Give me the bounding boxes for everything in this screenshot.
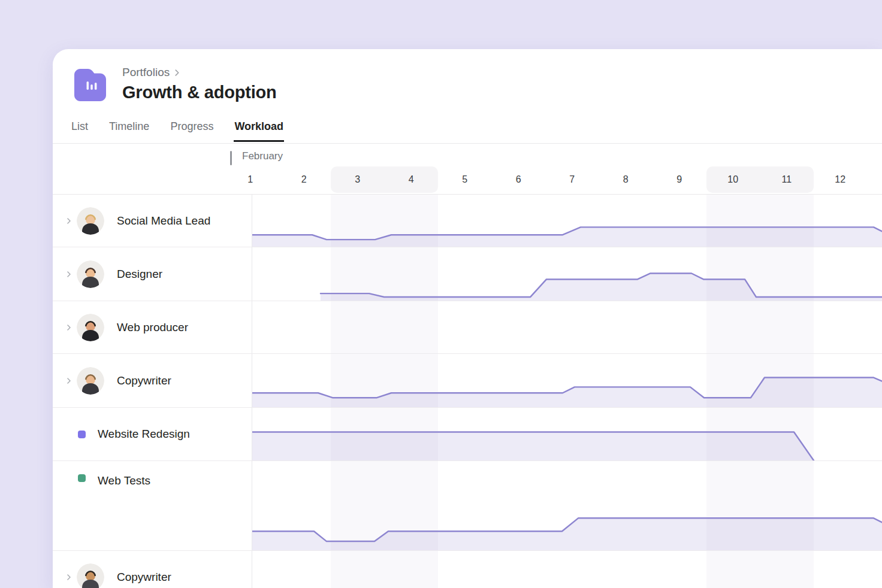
- day-label-6: 6: [516, 166, 521, 193]
- timeline-header: February 123456789101112: [53, 144, 882, 195]
- row-header-copywriter[interactable]: Copywriter: [53, 551, 252, 588]
- tab-bar: ListTimelineProgressWorkload: [71, 120, 284, 142]
- page-title: Growth & adoption: [122, 83, 277, 102]
- workload-chart-designer: [252, 247, 882, 301]
- workload-row-copywriter: Copywriter: [53, 551, 882, 588]
- day-label-12: 12: [835, 166, 845, 193]
- day-label-1: 1: [247, 166, 253, 193]
- workload-row-designer: Designer: [53, 247, 882, 301]
- row-label: Copywriter: [117, 571, 171, 584]
- avatar: [77, 314, 104, 341]
- day-label-9: 9: [676, 166, 682, 193]
- workload-chart-copywriter: [252, 354, 882, 407]
- workload-row-web-producer: Web producer: [53, 301, 882, 354]
- workload-chart-website-redesign: [252, 408, 882, 460]
- expand-chevron-icon[interactable]: [66, 574, 72, 580]
- row-header-social-media-lead[interactable]: Social Media Lead: [53, 195, 252, 247]
- day-label-11: 11: [781, 166, 792, 193]
- row-header-copywriter[interactable]: Copywriter: [53, 354, 252, 407]
- workload-area-chart: [252, 195, 882, 247]
- workload-chart-web-tests: [252, 461, 882, 550]
- workload-chart-social-media-lead: [252, 195, 882, 247]
- row-label: Website Redesign: [98, 428, 190, 441]
- workload-chart-web-producer: [252, 301, 882, 353]
- breadcrumb-portfolios-link[interactable]: Portfolios: [122, 66, 170, 79]
- workload-area-chart: [252, 408, 882, 460]
- tab-workload[interactable]: Workload: [234, 120, 284, 142]
- avatar: [77, 260, 104, 288]
- header-text-block: Portfolios Growth & adoption: [122, 65, 277, 102]
- workload-body: Social Media LeadDesignerWeb producerCop…: [53, 195, 882, 588]
- tab-timeline[interactable]: Timeline: [108, 120, 150, 142]
- workload-area-chart: [252, 354, 882, 407]
- page-background: Portfolios Growth & adoption ListTimelin…: [0, 0, 882, 588]
- project-color-bullet: [78, 431, 86, 438]
- tab-list[interactable]: List: [71, 120, 89, 142]
- row-label: Web producer: [117, 321, 188, 334]
- row-label: Social Media Lead: [117, 214, 210, 228]
- breadcrumb-chevron-icon: [174, 69, 180, 76]
- day-label-3: 3: [355, 166, 360, 193]
- rows-container: Social Media LeadDesignerWeb producerCop…: [53, 195, 882, 588]
- workload-chart-copywriter: [252, 551, 882, 588]
- expand-chevron-icon[interactable]: [66, 271, 72, 277]
- row-label: Designer: [117, 268, 162, 281]
- workload-row-website-redesign: Website Redesign: [53, 408, 882, 461]
- workload-row-copywriter: Copywriter: [53, 354, 882, 408]
- breadcrumb: Portfolios: [122, 65, 277, 80]
- day-label-7: 7: [569, 166, 575, 193]
- weekend-header-pill: [331, 166, 438, 193]
- row-label: Web Tests: [98, 474, 150, 487]
- workload-card: Portfolios Growth & adoption ListTimelin…: [53, 49, 882, 588]
- card-header: Portfolios Growth & adoption ListTimelin…: [53, 49, 882, 144]
- weekend-header-pill: [706, 166, 814, 193]
- portfolio-folder-icon: [71, 66, 110, 104]
- expand-chevron-icon[interactable]: [66, 325, 72, 331]
- month-label: February: [242, 150, 283, 162]
- row-header-web-producer[interactable]: Web producer: [53, 301, 252, 353]
- row-header-web-tests[interactable]: Web Tests: [53, 461, 252, 550]
- project-color-bullet: [78, 474, 86, 482]
- workload-area-chart: [252, 461, 882, 550]
- row-header-designer[interactable]: Designer: [53, 247, 252, 301]
- workload-row-social-media-lead: Social Media Lead: [53, 195, 882, 247]
- expand-chevron-icon[interactable]: [66, 218, 72, 224]
- tab-progress[interactable]: Progress: [170, 120, 214, 142]
- day-label-4: 4: [409, 166, 414, 193]
- day-label-8: 8: [623, 166, 629, 193]
- workload-row-web-tests: Web Tests: [53, 461, 882, 551]
- workload-area-chart: [252, 247, 882, 301]
- avatar: [77, 367, 104, 395]
- expand-chevron-icon[interactable]: [66, 378, 72, 384]
- avatar: [77, 207, 104, 235]
- month-tick: [230, 151, 232, 165]
- row-label: Copywriter: [117, 374, 171, 387]
- row-header-website-redesign[interactable]: Website Redesign: [53, 408, 252, 460]
- avatar: [77, 563, 104, 588]
- day-label-10: 10: [727, 166, 738, 193]
- day-label-5: 5: [462, 166, 467, 193]
- day-label-2: 2: [301, 166, 307, 193]
